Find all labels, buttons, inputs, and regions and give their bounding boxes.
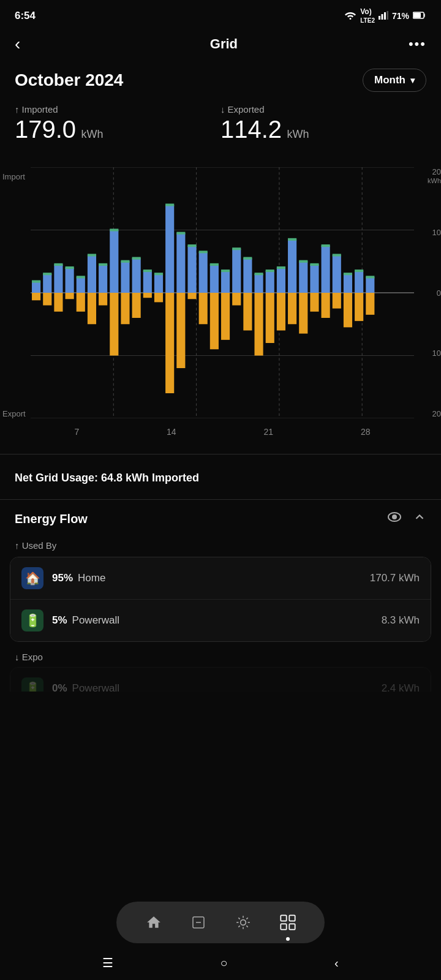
energy-flow-title: Energy Flow (15, 512, 88, 526)
energy-flow-header: Energy Flow (0, 505, 441, 538)
status-time: 6:54 (15, 10, 36, 22)
svg-rect-87 (121, 293, 129, 324)
bar-chart (31, 167, 414, 418)
svg-rect-97 (232, 293, 241, 306)
android-back[interactable]: ‹ (334, 956, 339, 970)
date-label: October 2024 (15, 70, 123, 90)
powerwall-export-value: 2.4 kWh (382, 682, 420, 692)
svg-rect-30 (99, 263, 107, 266)
powerwall-value: 8.3 kWh (382, 614, 420, 627)
svg-rect-54 (232, 247, 241, 250)
svg-rect-2 (381, 14, 383, 20)
x-label-14: 14 (167, 427, 176, 437)
svg-rect-73 (344, 274, 352, 293)
exported-value: 114.2 kWh (221, 116, 426, 143)
svg-rect-44 (176, 232, 185, 235)
svg-rect-53 (232, 249, 241, 293)
svg-rect-92 (176, 293, 185, 368)
android-recents[interactable]: ☰ (102, 956, 113, 970)
imported-block: ↑ Imported 179.0 kWh (15, 104, 221, 143)
up-arrow-icon: ↑ (15, 104, 20, 115)
svg-rect-124 (289, 915, 295, 921)
imported-label: ↑ Imported (15, 104, 221, 115)
x-label-28: 28 (361, 427, 371, 437)
back-button[interactable]: ‹ (15, 34, 39, 54)
period-label: Month (374, 74, 405, 86)
y-axis-right: 20 kWh 10 0 10 20 (417, 155, 441, 449)
svg-rect-21 (54, 265, 62, 293)
powerwall-percent: 5% (52, 614, 67, 627)
svg-rect-74 (344, 273, 352, 275)
nav-home[interactable] (139, 908, 168, 937)
svg-rect-71 (333, 255, 341, 293)
battery-pct: 71% (392, 11, 409, 21)
svg-rect-1 (379, 16, 380, 20)
svg-rect-105 (322, 293, 330, 318)
visibility-toggle[interactable] (387, 510, 402, 528)
svg-rect-40 (154, 273, 163, 275)
svg-rect-61 (277, 268, 285, 293)
page-title: Grid (210, 36, 238, 52)
used-by-label: ↑ Used By (0, 538, 441, 557)
svg-rect-65 (299, 262, 307, 293)
svg-rect-46 (187, 244, 196, 247)
svg-rect-35 (132, 258, 141, 293)
svg-rect-85 (99, 293, 107, 306)
y-label-10-top: 10 (417, 228, 441, 237)
chevron-down-icon: ▾ (410, 75, 415, 85)
svg-rect-63 (288, 239, 296, 293)
svg-rect-39 (154, 274, 163, 293)
export-section-label: ↓ Expo (0, 643, 441, 667)
svg-rect-80 (43, 293, 51, 306)
svg-rect-42 (165, 203, 174, 206)
svg-line-121 (238, 925, 239, 927)
svg-rect-57 (255, 274, 263, 293)
svg-rect-56 (243, 257, 252, 260)
svg-rect-28 (88, 254, 96, 256)
collapse-button[interactable] (413, 510, 426, 527)
home-icon: 🏠 (21, 567, 43, 589)
svg-rect-94 (199, 293, 208, 324)
svg-rect-43 (176, 233, 185, 293)
imported-value: 179.0 kWh (15, 116, 221, 143)
svg-rect-55 (243, 258, 252, 293)
y-label-0: 0 (417, 288, 441, 298)
period-selector[interactable]: Month ▾ (363, 69, 426, 92)
more-button[interactable]: ••• (409, 36, 426, 52)
nav-tesla[interactable] (184, 908, 213, 937)
powerwall-icon: 🔋 (21, 609, 43, 631)
svg-rect-95 (210, 293, 219, 349)
android-home[interactable]: ○ (221, 956, 228, 970)
svg-point-0 (350, 18, 352, 20)
svg-rect-67 (310, 265, 318, 293)
nav-grid[interactable] (273, 908, 303, 937)
kwh-unit-label: kWh (428, 177, 441, 184)
svg-point-111 (393, 515, 396, 519)
svg-rect-108 (355, 293, 363, 321)
svg-rect-24 (66, 266, 74, 269)
svg-rect-17 (32, 282, 40, 293)
svg-rect-109 (366, 293, 374, 315)
powerwall-export-icon: 🔋 (21, 677, 43, 692)
svg-point-114 (240, 920, 246, 925)
home-item: 🏠 95% Home 170.7 kWh (10, 557, 431, 600)
svg-rect-77 (366, 277, 374, 293)
svg-rect-3 (384, 12, 386, 20)
svg-rect-27 (88, 255, 96, 293)
partial-export-item: 🔋 0% Powerwall 2.4 kWh (0, 667, 441, 692)
svg-rect-18 (32, 281, 40, 283)
svg-rect-72 (333, 254, 341, 256)
svg-line-119 (238, 918, 239, 919)
svg-rect-101 (277, 293, 285, 331)
svg-line-122 (246, 918, 247, 919)
exported-label: ↓ Exported (221, 104, 426, 115)
net-usage: Net Grid Usage: 64.8 kWh Imported (0, 459, 441, 494)
svg-rect-89 (143, 293, 152, 298)
svg-rect-75 (355, 271, 363, 293)
used-by-card: 🏠 95% Home 170.7 kWh 🔋 5% Powerwall 8.3 … (10, 557, 431, 642)
svg-rect-48 (199, 251, 208, 253)
export-chart-label: Export (2, 409, 26, 418)
svg-rect-86 (110, 293, 118, 356)
android-nav-bar: ☰ ○ ‹ (0, 946, 441, 980)
nav-solar[interactable] (228, 908, 258, 937)
